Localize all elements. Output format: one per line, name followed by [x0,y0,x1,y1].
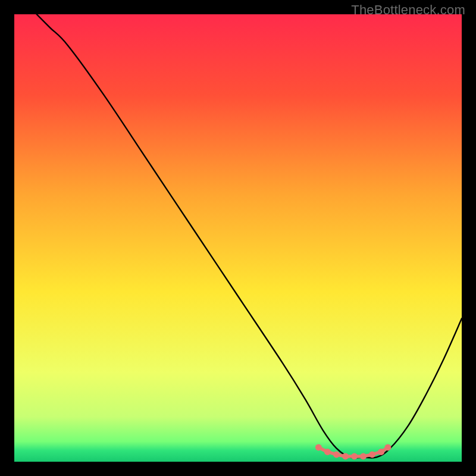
highlight-dot [351,453,358,459]
watermark-text: TheBottleneck.com [351,2,465,18]
highlight-dot [315,444,322,450]
chart-svg [14,14,462,462]
highlight-dot [333,451,340,458]
plot-area [14,14,462,462]
chart-container: TheBottleneck.com [0,0,476,476]
gradient-background [14,14,462,462]
highlight-dot [324,449,331,455]
highlight-dot [378,449,384,455]
highlight-dot [342,453,349,459]
highlight-dot [369,451,375,458]
highlight-dot [384,444,391,450]
highlight-dot [360,453,367,459]
